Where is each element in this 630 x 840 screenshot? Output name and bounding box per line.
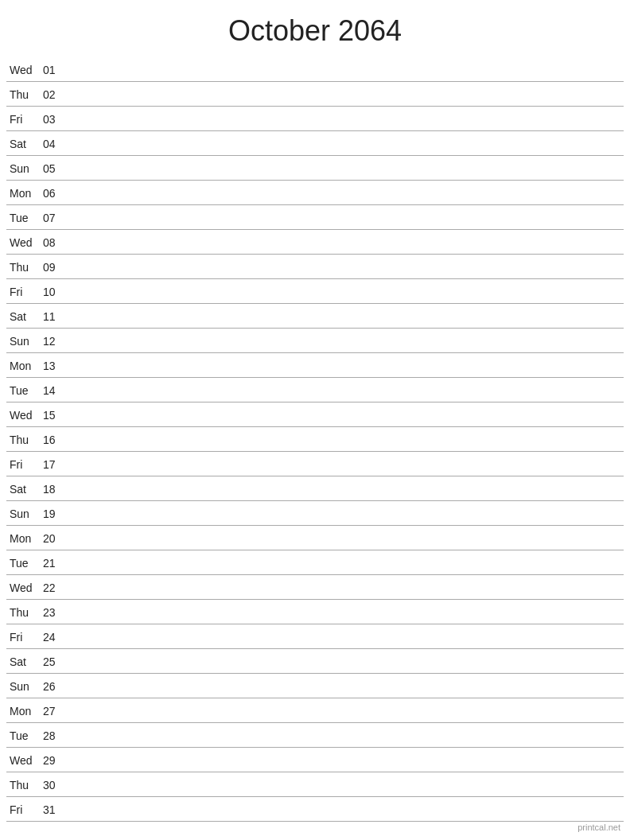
day-name: Tue xyxy=(6,557,43,570)
day-name: Wed xyxy=(6,409,43,422)
day-name: Wed xyxy=(6,236,43,249)
day-line xyxy=(65,465,624,465)
day-number: 12 xyxy=(43,335,65,348)
page-title: October 2064 xyxy=(0,0,630,57)
day-name: Tue xyxy=(6,384,43,397)
day-name: Fri xyxy=(6,803,43,816)
day-name: Thu xyxy=(6,88,43,101)
day-number: 10 xyxy=(43,286,65,298)
day-row: Fri03 xyxy=(6,107,624,131)
day-line xyxy=(65,317,624,317)
day-name: Sun xyxy=(6,335,43,348)
day-number: 14 xyxy=(43,384,65,397)
day-number: 20 xyxy=(43,532,65,545)
day-row: Thu09 xyxy=(6,255,624,279)
day-name: Thu xyxy=(6,606,43,619)
day-line xyxy=(65,514,624,515)
day-name: Thu xyxy=(6,779,43,791)
day-row: Wed29 xyxy=(6,748,624,772)
day-name: Thu xyxy=(6,261,43,274)
day-line xyxy=(65,267,624,268)
day-number: 27 xyxy=(43,705,65,718)
day-line xyxy=(65,662,624,663)
day-line xyxy=(65,292,624,293)
day-name: Wed xyxy=(6,581,43,594)
day-row: Sun12 xyxy=(6,329,624,353)
day-line xyxy=(65,760,624,761)
day-number: 06 xyxy=(43,187,65,200)
day-line xyxy=(65,391,624,391)
day-line xyxy=(65,95,624,95)
day-line xyxy=(65,588,624,589)
day-number: 02 xyxy=(43,88,65,101)
day-number: 01 xyxy=(43,64,65,76)
day-row: Mon13 xyxy=(6,353,624,378)
day-name: Sat xyxy=(6,310,43,323)
day-number: 09 xyxy=(43,261,65,274)
day-row: Wed15 xyxy=(6,402,624,427)
day-number: 25 xyxy=(43,655,65,668)
day-number: 05 xyxy=(43,162,65,175)
day-row: Tue21 xyxy=(6,550,624,575)
day-line xyxy=(65,366,624,367)
day-line xyxy=(65,243,624,243)
day-name: Sun xyxy=(6,162,43,175)
day-row: Fri24 xyxy=(6,624,624,649)
day-row: Mon27 xyxy=(6,698,624,723)
day-name: Fri xyxy=(6,458,43,471)
day-number: 29 xyxy=(43,754,65,767)
day-name: Tue xyxy=(6,729,43,742)
day-name: Sat xyxy=(6,483,43,496)
day-row: Wed01 xyxy=(6,57,624,82)
day-row: Thu30 xyxy=(6,772,624,797)
day-number: 17 xyxy=(43,458,65,471)
watermark: printcal.net xyxy=(578,822,620,832)
day-row: Fri31 xyxy=(6,797,624,822)
day-name: Mon xyxy=(6,187,43,200)
day-line xyxy=(65,686,624,687)
day-line xyxy=(65,612,624,613)
day-line xyxy=(65,810,624,811)
day-name: Tue xyxy=(6,212,43,224)
day-number: 08 xyxy=(43,236,65,249)
day-line xyxy=(65,169,624,169)
day-line xyxy=(65,144,624,145)
day-row: Mon06 xyxy=(6,181,624,205)
day-number: 23 xyxy=(43,606,65,619)
day-line xyxy=(65,637,624,638)
day-number: 31 xyxy=(43,803,65,816)
day-row: Fri10 xyxy=(6,279,624,304)
day-row: Fri17 xyxy=(6,452,624,476)
day-row: Sat25 xyxy=(6,649,624,674)
day-number: 26 xyxy=(43,680,65,693)
day-number: 03 xyxy=(43,113,65,126)
day-number: 11 xyxy=(43,310,65,323)
day-row: Tue14 xyxy=(6,378,624,402)
day-row: Tue28 xyxy=(6,723,624,748)
day-row: Sun05 xyxy=(6,156,624,181)
day-row: Sat04 xyxy=(6,131,624,156)
day-line xyxy=(65,218,624,219)
day-name: Mon xyxy=(6,360,43,372)
day-row: Thu23 xyxy=(6,600,624,624)
day-number: 24 xyxy=(43,631,65,644)
day-line xyxy=(65,711,624,712)
day-line xyxy=(65,193,624,194)
day-name: Mon xyxy=(6,705,43,718)
day-row: Sat18 xyxy=(6,476,624,501)
calendar-list: Wed01Thu02Fri03Sat04Sun05Mon06Tue07Wed08… xyxy=(0,57,630,822)
day-number: 30 xyxy=(43,779,65,791)
day-number: 28 xyxy=(43,729,65,742)
day-number: 16 xyxy=(43,434,65,446)
day-row: Tue07 xyxy=(6,205,624,230)
day-number: 18 xyxy=(43,483,65,496)
day-row: Mon20 xyxy=(6,526,624,550)
day-name: Wed xyxy=(6,64,43,76)
day-name: Mon xyxy=(6,532,43,545)
day-line xyxy=(65,489,624,490)
day-name: Sat xyxy=(6,138,43,150)
day-number: 19 xyxy=(43,508,65,520)
day-number: 04 xyxy=(43,138,65,150)
day-line xyxy=(65,119,624,120)
day-line xyxy=(65,70,624,71)
